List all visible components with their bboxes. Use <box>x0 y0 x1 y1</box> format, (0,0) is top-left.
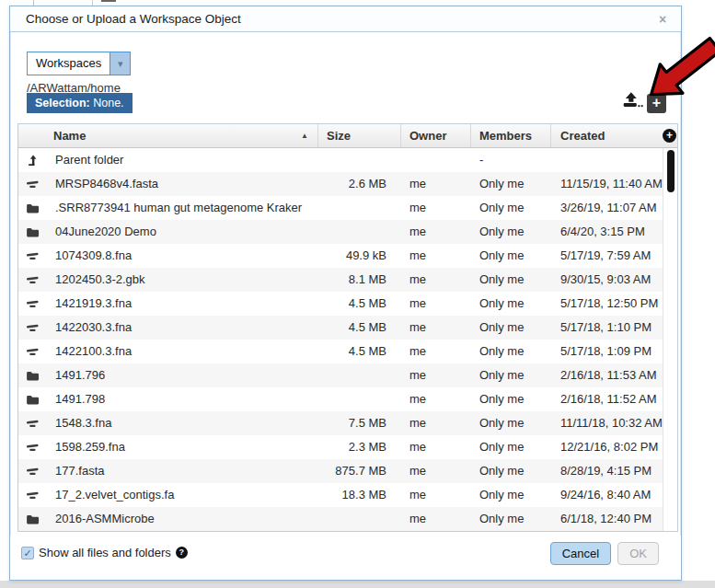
row-size: 8.1 MB <box>318 268 401 292</box>
table-row[interactable]: 17_2.velvet_contigs.fa 18.3 MB me Only m… <box>18 483 664 507</box>
dialog-title: Choose or Upload a Workspace Object <box>26 6 241 32</box>
column-header-members[interactable]: Members <box>471 124 551 147</box>
table-row[interactable]: 1421919.3.fna 4.5 MB me Only me 5/17/18,… <box>18 292 664 316</box>
table-scrollbar[interactable] <box>663 148 677 531</box>
column-header-size[interactable]: Size <box>318 124 401 147</box>
table-row[interactable]: 1202450.3-2.gbk 8.1 MB me Only me 9/30/1… <box>18 268 664 292</box>
file-icon <box>18 483 42 507</box>
choose-workspace-object-dialog: Choose or Upload a Workspace Object × Wo… <box>9 6 682 581</box>
row-size <box>318 148 401 172</box>
selection-label: Selection: <box>35 97 90 110</box>
row-owner: me <box>401 363 471 387</box>
table-row[interactable]: 1598.259.fna 2.3 MB me Only me 12/21/16,… <box>18 435 664 459</box>
row-created: 3/26/19, 11:07 AM <box>551 196 664 220</box>
row-size <box>318 363 401 387</box>
row-size: 18.3 MB <box>318 483 401 507</box>
cancel-button[interactable]: Cancel <box>550 542 611 565</box>
ok-button[interactable]: OK <box>617 542 659 565</box>
table-body: Parent folder - MRSP8468v4.fasta 2.6 MB … <box>18 148 664 531</box>
row-members: Only me <box>471 340 551 363</box>
row-members: Only me <box>471 411 551 435</box>
folder-icon <box>18 507 42 531</box>
row-owner <box>401 148 471 172</box>
row-members: Only me <box>471 459 551 483</box>
table-row[interactable]: 04June2020 Demo me Only me 6/4/20, 3:15 … <box>18 220 664 244</box>
row-name: 1491.796 <box>42 363 318 387</box>
row-name: 17_2.velvet_contigs.fa <box>42 483 318 507</box>
table-row[interactable]: .SRR8773941 human gut metagenome Kraker … <box>18 196 664 220</box>
row-name: .SRR8773941 human gut metagenome Kraker <box>42 196 318 220</box>
dialog-header: Choose or Upload a Workspace Object × <box>10 6 681 32</box>
chevron-down-icon: ▾ <box>110 52 130 75</box>
row-name: 1422100.3.fna <box>42 340 318 363</box>
file-icon <box>18 316 42 340</box>
row-members: Only me <box>471 363 551 387</box>
row-name: 1491.798 <box>42 387 318 411</box>
row-members: Only me <box>471 292 551 316</box>
selection-value: None. <box>90 97 124 110</box>
row-created <box>551 148 664 172</box>
show-all-checkbox[interactable]: ✓ <box>21 547 34 559</box>
row-members: Only me <box>471 268 551 292</box>
column-header-name[interactable]: Name▲ <box>18 124 318 147</box>
file-icon <box>18 244 42 268</box>
row-owner: me <box>401 220 471 244</box>
row-owner: me <box>401 196 471 220</box>
scrollbar-thumb[interactable] <box>667 150 675 192</box>
table-header: Name▲ Size Owner Members Created + <box>18 124 677 148</box>
table-row[interactable]: 1548.3.fna 7.5 MB me Only me 11/11/18, 1… <box>18 411 664 435</box>
add-folder-button[interactable]: + <box>647 94 666 113</box>
table-row[interactable]: 1422100.3.fna 4.5 MB me Only me 5/17/18,… <box>18 340 664 363</box>
selection-status-badge: Selection: None. <box>27 93 133 113</box>
row-size <box>318 507 401 531</box>
table-row[interactable]: Parent folder - <box>18 148 664 172</box>
row-size: 7.5 MB <box>318 411 401 435</box>
row-owner: me <box>401 268 471 292</box>
row-owner: me <box>401 459 471 483</box>
workspace-type-dropdown[interactable]: Workspaces ▾ <box>27 52 131 75</box>
table-row[interactable]: 1491.796 me Only me 2/16/18, 11:53 AM <box>18 363 664 387</box>
row-size <box>318 196 401 220</box>
row-created: 6/4/20, 3:15 PM <box>551 220 664 244</box>
row-created: 2/16/18, 11:52 AM <box>551 387 664 411</box>
help-icon[interactable]: ? <box>176 547 188 559</box>
file-icon <box>18 172 42 196</box>
background-fragment <box>101 0 116 2</box>
table-row[interactable]: 2016-ASMMicrobe me Only me 6/1/18, 12:40… <box>18 507 664 531</box>
workspace-object-table: Name▲ Size Owner Members Created + Paren… <box>17 123 678 532</box>
row-created: 11/11/18, 10:32 AM <box>551 411 664 435</box>
column-header-created[interactable]: Created <box>551 124 664 147</box>
column-header-owner[interactable]: Owner <box>401 124 471 147</box>
table-row[interactable]: 1491.798 me Only me 2/16/18, 11:52 AM <box>18 387 664 411</box>
row-created: 12/21/16, 8:02 PM <box>551 435 664 459</box>
row-owner: me <box>401 411 471 435</box>
row-owner: me <box>401 507 471 531</box>
show-all-label: Show all files and folders <box>39 546 171 559</box>
row-name: Parent folder <box>42 148 318 172</box>
table-row[interactable]: 1422030.3.fna 4.5 MB me Only me 5/17/18,… <box>18 316 664 340</box>
row-owner: me <box>401 292 471 316</box>
parent-icon <box>18 148 42 172</box>
column-hider-icon[interactable]: + <box>663 129 676 143</box>
close-icon[interactable]: × <box>653 9 672 29</box>
row-name: 2016-ASMMicrobe <box>42 507 318 531</box>
screen: Choose or Upload a Workspace Object × Wo… <box>0 0 715 588</box>
row-created: 8/28/19, 4:15 PM <box>551 459 664 483</box>
row-size <box>318 220 401 244</box>
table-row[interactable]: 1074309.8.fna 49.9 kB me Only me 5/17/19… <box>18 244 664 268</box>
row-created: 2/16/18, 11:53 AM <box>551 363 664 387</box>
upload-icon[interactable] <box>621 89 645 111</box>
row-members: Only me <box>471 435 551 459</box>
row-size: 4.5 MB <box>318 292 401 316</box>
file-icon <box>18 459 42 483</box>
row-name: 177.fasta <box>42 459 318 483</box>
background-strip <box>0 581 715 588</box>
row-created: 5/17/18, 1:10 PM <box>551 316 664 340</box>
row-members: Only me <box>471 483 551 507</box>
row-name: 04June2020 Demo <box>42 220 318 244</box>
file-icon <box>18 435 42 459</box>
row-created: 9/24/16, 8:40 AM <box>551 483 664 507</box>
row-name: 1598.259.fna <box>42 435 318 459</box>
table-row[interactable]: 177.fasta 875.7 MB me Only me 8/28/19, 4… <box>18 459 664 483</box>
table-row[interactable]: MRSP8468v4.fasta 2.6 MB me Only me 11/15… <box>18 172 664 196</box>
